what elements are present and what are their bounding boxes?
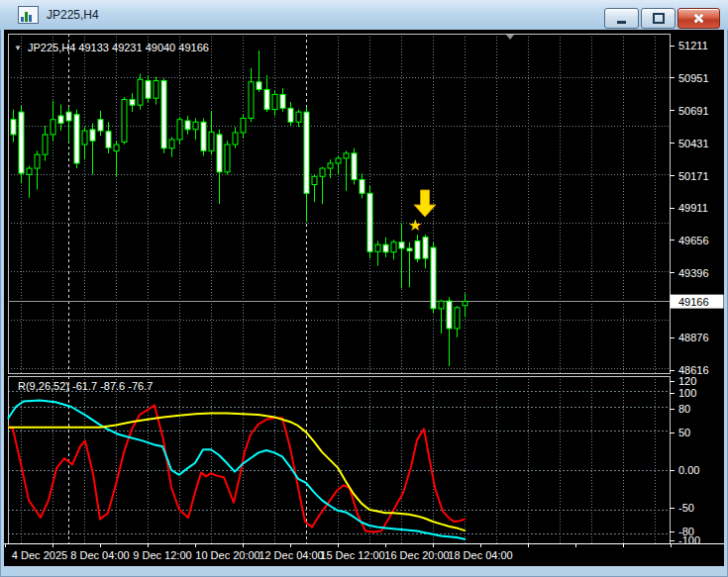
bull-candle — [320, 168, 325, 176]
bear-candle — [264, 89, 269, 109]
bull-candle — [328, 163, 333, 168]
svg-text:18 Dec 04:00: 18 Dec 04:00 — [448, 549, 512, 561]
svg-text:80: 80 — [678, 403, 690, 415]
svg-text:49911: 49911 — [678, 202, 708, 214]
svg-text:8 Dec 04:00: 8 Dec 04:00 — [70, 549, 129, 561]
bull-candle — [35, 154, 40, 168]
svg-text:120: 120 — [678, 375, 696, 387]
minimize-button[interactable] — [604, 8, 639, 29]
bull-candle — [391, 242, 396, 252]
bull-candle — [122, 100, 127, 143]
bear-candle — [257, 82, 261, 90]
svg-text:49656: 49656 — [678, 235, 709, 246]
bull-candle — [114, 144, 119, 151]
svg-text:0.00: 0.00 — [678, 464, 699, 476]
svg-text:48876: 48876 — [678, 332, 709, 343]
svg-text:51211: 51211 — [678, 40, 708, 51]
bull-candle — [209, 132, 214, 150]
svg-text:49396: 49396 — [678, 267, 709, 279]
bull-candle — [241, 118, 246, 133]
svg-text:▼: ▼ — [14, 44, 22, 52]
chart-canvas[interactable]: ★512115095150691504315017149911496564939… — [4, 30, 724, 566]
bear-candle — [407, 248, 412, 251]
bull-candle — [344, 153, 349, 158]
svg-text:9 Dec 12:00: 9 Dec 12:00 — [133, 549, 191, 561]
bear-candle — [185, 121, 190, 130]
bear-candle — [161, 81, 166, 148]
bull-candle — [27, 168, 32, 174]
star-icon: ★ — [408, 217, 422, 234]
bear-candle — [304, 112, 309, 193]
bear-candle — [66, 112, 71, 121]
svg-text:50431: 50431 — [678, 138, 709, 149]
bear-candle — [367, 193, 372, 251]
bear-candle — [201, 122, 206, 150]
svg-text:50691: 50691 — [678, 105, 709, 117]
wpr-label: R(9,26,52) -61.7 -87.6 -76.7 — [18, 380, 153, 392]
bull-candle — [82, 131, 87, 144]
bull-candle — [272, 94, 277, 109]
bull-candle — [463, 302, 468, 306]
bear-candle — [58, 116, 63, 124]
svg-text:-100: -100 — [678, 534, 700, 546]
svg-text:16 Dec 20:00: 16 Dec 20:00 — [384, 549, 449, 561]
bull-candle — [233, 133, 238, 144]
bear-candle — [74, 115, 79, 163]
bear-candle — [415, 240, 420, 258]
bull-candle — [225, 144, 230, 172]
bear-candle — [383, 244, 388, 252]
bear-candle — [130, 100, 135, 106]
bull-candle — [312, 176, 317, 184]
bear-candle — [11, 120, 16, 135]
bull-candle — [177, 120, 182, 140]
mt4-chart-window: JP225,H4 ★512115095150691504315017149911… — [0, 0, 728, 577]
restore-button[interactable] — [641, 8, 676, 29]
svg-text:50171: 50171 — [678, 170, 709, 182]
bull-candle — [43, 135, 48, 154]
chart-window-icon — [18, 6, 39, 24]
svg-text:12 Dec 04:00: 12 Dec 04:00 — [259, 549, 323, 561]
svg-text:50951: 50951 — [678, 72, 709, 84]
bull-candle — [336, 158, 341, 163]
bear-candle — [399, 242, 404, 248]
svg-text:100: 100 — [678, 387, 696, 399]
window-titlebar[interactable]: JP225,H4 — [0, 0, 728, 30]
bull-candle — [455, 308, 460, 329]
bear-candle — [288, 108, 293, 122]
ohlc-header: ▼JP225,H4 49133 49231 49040 49166 — [14, 42, 209, 53]
bull-candle — [169, 140, 174, 148]
svg-text:R(9,26,52) -61.7 -87.6 -76.7: R(9,26,52) -61.7 -87.6 -76.7 — [18, 380, 153, 392]
bear-candle — [98, 120, 103, 131]
window-title: JP225,H4 — [47, 8, 99, 22]
chart-content: ★512115095150691504315017149911496564939… — [4, 30, 724, 566]
bull-candle — [138, 79, 143, 105]
bull-candle — [51, 120, 55, 135]
bear-candle — [447, 301, 452, 329]
restore-icon — [653, 13, 665, 24]
close-icon — [692, 13, 705, 24]
bear-candle — [423, 238, 428, 258]
bull-candle — [193, 122, 198, 130]
bear-candle — [431, 247, 436, 309]
minimize-icon — [617, 21, 626, 24]
svg-text:50: 50 — [678, 427, 690, 438]
svg-text:49166: 49166 — [678, 296, 709, 308]
bear-candle — [19, 112, 24, 173]
svg-text:15 Dec 12:00: 15 Dec 12:00 — [320, 549, 384, 561]
bull-candle — [375, 244, 380, 251]
bull-candle — [154, 81, 158, 99]
svg-text:4 Dec 2025: 4 Dec 2025 — [12, 549, 67, 561]
close-button[interactable] — [677, 8, 720, 29]
bear-candle — [146, 81, 151, 99]
bear-candle — [106, 132, 111, 147]
bear-candle — [90, 130, 95, 141]
svg-text:10 Dec 20:00: 10 Dec 20:00 — [195, 549, 260, 561]
svg-text:JP225,H4 49133 49231 49040 49: JP225,H4 49133 49231 49040 49166 — [28, 42, 209, 53]
bear-candle — [280, 94, 285, 108]
svg-text:-50: -50 — [678, 502, 694, 514]
bull-candle — [249, 82, 254, 119]
bull-candle — [439, 301, 444, 309]
window-controls — [604, 8, 720, 29]
bear-candle — [352, 153, 357, 180]
bear-candle — [360, 179, 364, 193]
